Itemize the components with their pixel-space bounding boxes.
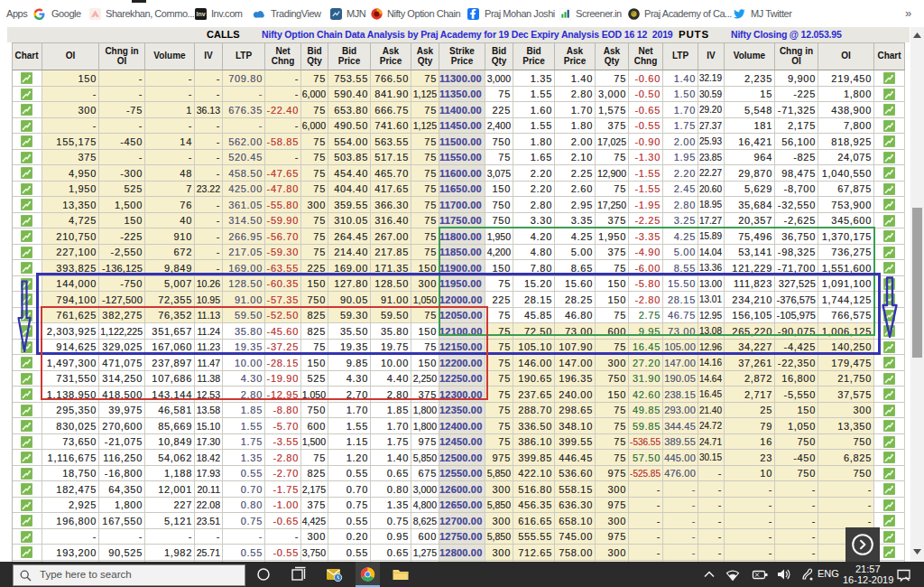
svg-text:Inv: Inv — [196, 11, 205, 17]
